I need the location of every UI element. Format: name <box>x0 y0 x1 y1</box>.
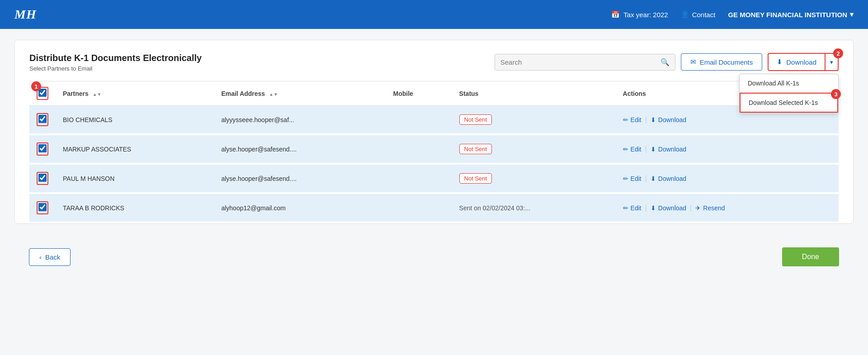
search-icon-button[interactable]: 🔍 <box>660 58 670 66</box>
header-right: 📅 Tax year: 2022 👤 Contact GE MONEY FINA… <box>611 10 854 19</box>
row1-status: Not Sent <box>452 106 616 135</box>
row4-mobile <box>386 193 452 222</box>
row2-edit-button[interactable]: ✏ Edit <box>623 146 642 153</box>
download-all-k1s-item[interactable]: Download All K-1s <box>740 74 838 93</box>
download-icon: ⬇ <box>777 58 783 66</box>
pencil-icon: ✏ <box>623 116 628 123</box>
row4-partner: TARAA B RODRICKS <box>56 193 214 222</box>
done-button[interactable]: Done <box>782 247 839 266</box>
calendar-icon: 📅 <box>611 10 620 19</box>
dropdown-badge-3: 3 <box>831 89 841 99</box>
institution[interactable]: GE MONEY FINANCIAL INSTITUTION ▾ <box>728 10 854 19</box>
row1-edit-button[interactable]: ✏ Edit <box>623 116 642 123</box>
envelope-icon: ✉ <box>690 58 696 66</box>
top-bar: Distribute K-1 Documents Electronically … <box>29 53 839 72</box>
table-header-row: 1 Partners ▲▼ Email Address ▲▼ Mobile St… <box>29 81 839 106</box>
edit-label: Edit <box>631 116 642 123</box>
edit-label: Edit <box>631 204 642 212</box>
search-input[interactable] <box>500 58 660 66</box>
row4-status: Sent on 02/02/2024 03:... <box>452 193 616 222</box>
row4-email: alyhoop12@gmail.com <box>214 193 386 222</box>
download-label: Download <box>658 175 686 182</box>
row1-status-badge: Not Sent <box>459 114 492 125</box>
email-column-header: Email Address ▲▼ <box>214 81 386 106</box>
download-button-group: 2 ⬇ Download ▾ Download All K-1s Downloa… <box>768 53 839 71</box>
row4-download-button[interactable]: ⬇ Download <box>651 204 686 212</box>
pencil-icon: ✏ <box>623 175 628 182</box>
contact[interactable]: 👤 Contact <box>681 10 716 19</box>
checkbox-badge-1: 1 <box>31 81 41 91</box>
row1-checkbox[interactable] <box>38 115 47 123</box>
download-label: Download <box>658 116 686 123</box>
tax-year: 📅 Tax year: 2022 <box>611 10 668 19</box>
partners-table: 1 Partners ▲▼ Email Address ▲▼ Mobile St… <box>29 81 839 223</box>
row1-mobile <box>386 106 452 135</box>
edit-label: Edit <box>631 175 642 182</box>
chevron-down-icon: ▾ <box>850 10 854 19</box>
action-divider-2: | <box>690 204 692 212</box>
row2-actions: ✏ Edit | ⬇ Download <box>616 134 839 164</box>
row2-checkbox-cell <box>29 134 56 164</box>
download-label: Download <box>786 58 816 66</box>
person-icon: 👤 <box>681 10 689 19</box>
email-documents-button[interactable]: ✉ Email Documents <box>681 53 763 71</box>
download-icon: ⬇ <box>651 116 656 123</box>
row1-download-button[interactable]: ⬇ Download <box>651 116 686 123</box>
row3-checkbox[interactable] <box>38 174 47 182</box>
row4-resend-button[interactable]: ✈ Resend <box>695 204 725 212</box>
main-container: Distribute K-1 Documents Electronically … <box>14 40 854 224</box>
row4-edit-button[interactable]: ✏ Edit <box>623 204 642 212</box>
partners-sort-icon[interactable]: ▲▼ <box>93 93 102 96</box>
contact-label: Contact <box>692 11 716 19</box>
partners-column-header: Partners ▲▼ <box>56 81 214 106</box>
download-main-button[interactable]: ⬇ Download <box>768 53 826 71</box>
top-bar-actions: 🔍 ✉ Email Documents 2 ⬇ Download ▾ D <box>495 53 839 71</box>
row1-checkbox-cell <box>29 106 56 135</box>
download-selected-k1s-item[interactable]: Download Selected K-1s 3 <box>740 93 838 113</box>
row2-email: alyse.hooper@safesend.... <box>214 134 386 164</box>
row4-checkbox[interactable] <box>38 203 47 211</box>
download-selected-label: Download Selected K-1s <box>749 99 818 106</box>
download-icon: ⬇ <box>651 175 656 182</box>
footer: ‹ Back Done <box>14 235 854 279</box>
back-label: Back <box>45 253 60 261</box>
email-docs-label: Email Documents <box>700 58 753 66</box>
row3-checkbox-cell <box>29 164 56 193</box>
row1-email: alyyysseee.hooper@saf... <box>214 106 386 135</box>
email-sort-icon[interactable]: ▲▼ <box>269 93 278 96</box>
row3-download-button[interactable]: ⬇ Download <box>651 175 686 182</box>
row2-partner: MARKUP ASSOCIATES <box>56 134 214 164</box>
send-icon: ✈ <box>695 204 701 212</box>
row2-checkbox[interactable] <box>38 144 47 152</box>
chevron-left-icon: ‹ <box>39 253 42 261</box>
page-subtitle: Select Partners to Email <box>29 65 202 72</box>
download-label: Download <box>658 204 686 212</box>
row3-email: alyse.hooper@safesend.... <box>214 164 386 193</box>
row3-status: Not Sent <box>452 164 616 193</box>
download-icon: ⬇ <box>651 146 656 153</box>
table-row: MARKUP ASSOCIATES alyse.hooper@safesend.… <box>29 134 839 164</box>
pencil-icon: ✏ <box>623 204 628 212</box>
row3-edit-button[interactable]: ✏ Edit <box>623 175 642 182</box>
row3-status-badge: Not Sent <box>459 173 492 184</box>
row4-checkbox-cell <box>29 193 56 222</box>
page-title: Distribute K-1 Documents Electronically <box>29 53 202 63</box>
back-button[interactable]: ‹ Back <box>29 248 71 266</box>
row4-actions: ✏ Edit | ⬇ Download | ✈ Resend <box>616 193 839 222</box>
page-title-section: Distribute K-1 Documents Electronically … <box>29 53 202 72</box>
row3-mobile <box>386 164 452 193</box>
row2-download-button[interactable]: ⬇ Download <box>651 146 686 153</box>
logo: MH <box>14 7 37 22</box>
row2-status: Not Sent <box>452 134 616 164</box>
action-divider: | <box>645 204 647 212</box>
tax-year-label: Tax year: 2022 <box>623 11 668 19</box>
header: MH 📅 Tax year: 2022 👤 Contact GE MONEY F… <box>0 0 868 29</box>
download-dropdown-menu: Download All K-1s Download Selected K-1s… <box>739 74 839 113</box>
search-box: 🔍 <box>495 54 675 71</box>
table-row: PAUL M HANSON alyse.hooper@safesend.... … <box>29 164 839 193</box>
row1-partner: BIO CHEMICALS <box>56 106 214 135</box>
action-divider: | <box>645 145 647 153</box>
edit-label: Edit <box>631 146 642 153</box>
action-divider: | <box>645 175 647 183</box>
status-column-header: Status <box>452 81 616 106</box>
